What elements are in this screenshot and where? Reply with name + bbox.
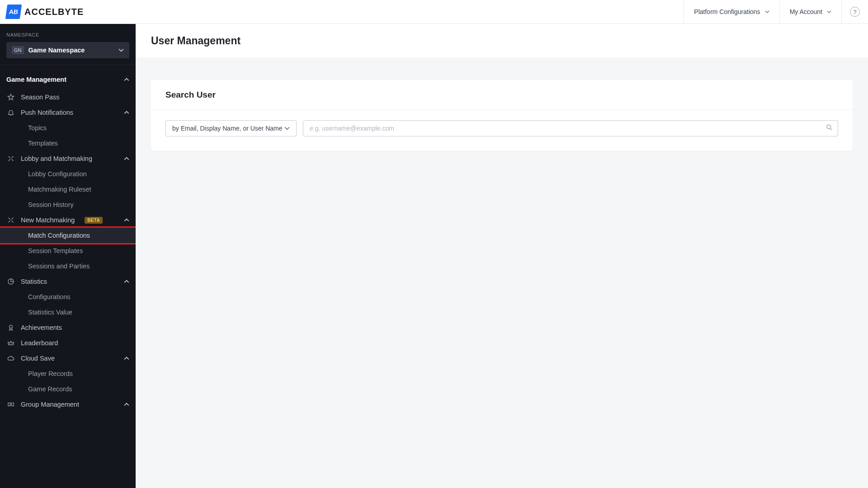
page-title: User Management: [151, 35, 853, 47]
top-header: AB ACCELBYTE Platform Configurations My …: [0, 0, 868, 24]
sidebar-item-push-notifications[interactable]: Push Notifications: [0, 105, 136, 120]
platform-configurations-menu[interactable]: Platform Configurations: [684, 0, 779, 23]
medal-icon: [6, 324, 15, 331]
sidebar-item-lobby-matchmaking[interactable]: Lobby and Matchmaking: [0, 151, 136, 166]
svg-point-4: [827, 125, 831, 129]
sidebar-sub-session-history[interactable]: Session History: [0, 197, 136, 212]
nav-label: Group Management: [21, 401, 79, 408]
sidebar-sub-game-records[interactable]: Game Records: [0, 381, 136, 397]
beta-badge: BETA: [85, 217, 103, 224]
svg-point-1: [9, 325, 13, 328]
sidebar-sub-sessions-parties[interactable]: Sessions and Parties: [0, 258, 136, 274]
group-icon: [6, 401, 15, 408]
nav-label: Topics: [28, 124, 47, 131]
nav-label: Game Records: [28, 385, 72, 393]
crown-icon: [6, 339, 15, 347]
sidebar-sub-player-records[interactable]: Player Records: [0, 366, 136, 381]
search-input[interactable]: [303, 120, 838, 136]
chevron-up-icon: [124, 402, 129, 407]
nav-label: Statistics Value: [28, 309, 72, 316]
star-icon: [6, 94, 15, 101]
section-title: Game Management: [6, 76, 66, 83]
chevron-down-icon: [827, 9, 831, 14]
nav-label: Match Configurations: [28, 232, 90, 239]
search-filter-dropdown[interactable]: by Email, Display Name, or User Name: [165, 120, 297, 136]
nav-label: Lobby Configuration: [28, 170, 87, 178]
search-user-card: Search User by Email, Display Name, or U…: [151, 80, 853, 151]
sidebar-sub-match-configurations[interactable]: Match Configurations: [0, 228, 136, 243]
nav-label: Sessions and Parties: [28, 263, 90, 270]
nav-label: Configurations: [28, 293, 71, 300]
nav-label: Matchmaking Ruleset: [28, 186, 91, 193]
chevron-up-icon: [124, 279, 129, 284]
page-title-bar: User Management: [136, 24, 868, 58]
sidebar-item-statistics[interactable]: Statistics: [0, 274, 136, 289]
nav-label: Session History: [28, 201, 74, 208]
sidebar-sub-lobby-configuration[interactable]: Lobby Configuration: [0, 166, 136, 182]
my-account-menu[interactable]: My Account: [779, 0, 841, 23]
sidebar-sub-matchmaking-ruleset[interactable]: Matchmaking Ruleset: [0, 182, 136, 197]
sidebar-item-achievements[interactable]: Achievements: [0, 320, 136, 335]
svg-rect-2: [8, 403, 10, 406]
nav-label: Push Notifications: [21, 109, 73, 116]
sidebar-item-new-matchmaking[interactable]: New Matchmaking BETA: [0, 212, 136, 228]
content-wrap: Search User by Email, Display Name, or U…: [136, 58, 868, 173]
cloud-icon: [6, 355, 15, 362]
namespace-selector[interactable]: GN Game Namespace: [6, 42, 129, 58]
platform-configurations-label: Platform Configurations: [694, 8, 760, 15]
bell-icon: [6, 109, 15, 116]
main-content: User Management Search User by Email, Di…: [136, 0, 868, 173]
search-field-wrap: [303, 120, 838, 136]
sidebar: NAMESPACE GN Game Namespace Game Managem…: [0, 24, 136, 488]
svg-rect-3: [11, 403, 14, 406]
nav-label: Statistics: [21, 278, 47, 285]
nav-label: Player Records: [28, 370, 73, 377]
sidebar-sub-statistics-value[interactable]: Statistics Value: [0, 305, 136, 320]
nav-label: New Matchmaking: [21, 216, 75, 224]
logo-word: ACCELBYTE: [24, 7, 84, 17]
sidebar-sub-session-templates[interactable]: Session Templates: [0, 243, 136, 258]
chevron-up-icon: [124, 77, 129, 82]
sidebar-sub-templates[interactable]: Templates: [0, 136, 136, 151]
help-icon: ?: [850, 7, 860, 17]
chevron-up-icon: [124, 217, 129, 223]
nav-label: Achievements: [21, 324, 62, 331]
swords-icon: [6, 155, 15, 162]
chevron-up-icon: [124, 156, 129, 161]
sidebar-item-cloud-save[interactable]: Cloud Save: [0, 351, 136, 366]
sidebar-item-leaderboard[interactable]: Leaderboard: [0, 335, 136, 351]
nav-label: Leaderboard: [21, 339, 58, 347]
sidebar-item-group-management[interactable]: Group Management: [0, 397, 136, 412]
namespace-badge: GN: [12, 46, 24, 54]
card-title: Search User: [165, 90, 838, 100]
nav-label: Season Pass: [21, 94, 59, 101]
header-right: Platform Configurations My Account ?: [684, 0, 868, 23]
logo-area: AB ACCELBYTE: [0, 5, 84, 19]
my-account-label: My Account: [790, 8, 822, 15]
chevron-down-icon: [765, 9, 769, 14]
card-header: Search User: [151, 80, 853, 110]
sidebar-sub-topics[interactable]: Topics: [0, 120, 136, 136]
logo-mark-text: AB: [9, 8, 19, 15]
logo-mark: AB: [5, 5, 22, 19]
namespace-label: NAMESPACE: [6, 32, 129, 38]
sidebar-item-season-pass[interactable]: Season Pass: [0, 89, 136, 105]
section-game-management[interactable]: Game Management: [0, 70, 136, 89]
namespace-name: Game Namespace: [28, 47, 114, 54]
nav-label: Session Templates: [28, 247, 83, 254]
chevron-up-icon: [124, 110, 129, 115]
search-filter-label: by Email, Display Name, or User Name: [172, 125, 283, 132]
chevron-down-icon: [284, 126, 290, 131]
sidebar-sub-configurations[interactable]: Configurations: [0, 289, 136, 305]
namespace-section: NAMESPACE GN Game Namespace: [0, 24, 136, 65]
chevron-down-icon: [118, 47, 124, 53]
search-icon[interactable]: [826, 124, 833, 133]
nav-label: Lobby and Matchmaking: [21, 155, 92, 162]
chart-icon: [6, 278, 15, 285]
card-body: by Email, Display Name, or User Name: [151, 110, 853, 151]
help-button[interactable]: ?: [841, 0, 868, 23]
swords-icon: [6, 216, 15, 224]
nav-label: Templates: [28, 140, 58, 147]
chevron-up-icon: [124, 356, 129, 361]
nav-label: Cloud Save: [21, 355, 55, 362]
